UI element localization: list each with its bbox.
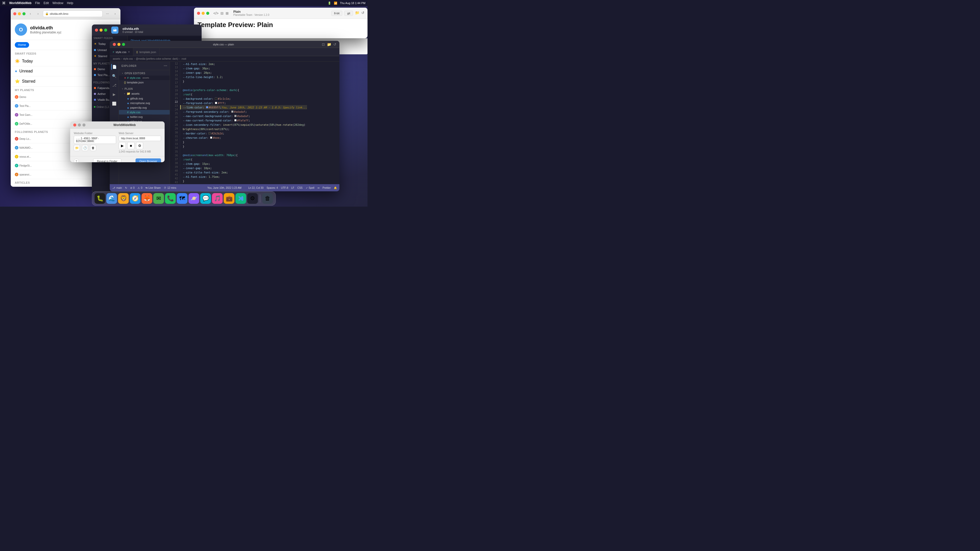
- www-open-browser-button[interactable]: Open Browser: [135, 159, 161, 162]
- status-warnings[interactable]: ⚠ 0: [138, 186, 142, 189]
- assets-folder[interactable]: ▾ 📁 assets: [119, 91, 170, 96]
- file-style-css[interactable]: # style.css: [119, 110, 170, 114]
- plain-grid-icon[interactable]: ⊞: [226, 11, 229, 15]
- browser-minimize-button[interactable]: [18, 12, 21, 15]
- apple-menu[interactable]: ⌘: [2, 1, 6, 5]
- dock-mail[interactable]: ✉: [153, 193, 164, 204]
- browser-back-button[interactable]: ‹: [27, 11, 33, 17]
- menubar-window[interactable]: Window: [52, 1, 63, 5]
- dock-finder[interactable]: 🐛: [95, 193, 105, 204]
- editor-folder-icon[interactable]: 📁: [327, 42, 331, 46]
- breadcrumb-assets[interactable]: assets: [113, 57, 120, 60]
- feedreader-minimize-button[interactable]: [100, 29, 103, 32]
- status-eol[interactable]: LF: [291, 186, 294, 189]
- plain-minimize-button[interactable]: [202, 12, 205, 15]
- editor-close-button[interactable]: [113, 43, 116, 46]
- editor-minimize-button[interactable]: [118, 43, 121, 46]
- plain-folder-icon[interactable]: 📁: [355, 11, 360, 16]
- menubar-file[interactable]: File: [35, 1, 40, 5]
- close-modified-icon[interactable]: ✕: [124, 76, 126, 79]
- www-clock-icon-btn[interactable]: 🕐: [82, 145, 88, 151]
- www-folder-icon-btn[interactable]: 📁: [74, 145, 80, 151]
- menubar-help[interactable]: Help: [67, 1, 73, 5]
- www-stop-btn[interactable]: ■: [127, 142, 135, 149]
- browser-forward-button[interactable]: ›: [35, 11, 41, 17]
- dock-planet[interactable]: 🪐: [189, 193, 199, 204]
- explorer-menu-icon[interactable]: ⋯: [164, 64, 167, 68]
- www-minimize-button[interactable]: [78, 124, 81, 127]
- file-paperclip-svg[interactable]: ◈ paperclip.svg: [119, 105, 170, 110]
- browser-close-button[interactable]: [13, 12, 16, 15]
- plain-split-icon[interactable]: ⊟: [221, 11, 224, 15]
- www-reveal-button[interactable]: Reveal in Finder: [93, 159, 121, 162]
- www-maximize-button[interactable]: [83, 124, 86, 127]
- dock-firefox[interactable]: 🦊: [142, 193, 152, 204]
- breadcrumb-media[interactable]: @media (prefers-color-scheme: dark): [136, 57, 178, 60]
- dock-phone[interactable]: 📞: [165, 193, 176, 204]
- menubar-edit[interactable]: Edit: [44, 1, 49, 5]
- editor-tab-templatejson[interactable]: {} template.json: [133, 48, 159, 56]
- www-settings-btn[interactable]: ⚙: [136, 142, 143, 149]
- dock-safari[interactable]: 🦁: [118, 193, 129, 204]
- browser-share-button[interactable]: ⋯: [105, 11, 110, 17]
- editor-split-icon[interactable]: ⊡: [322, 42, 325, 46]
- feedreader-close-button[interactable]: [95, 29, 98, 32]
- file-twitter-svg[interactable]: ◈ twitter.svg: [119, 114, 170, 119]
- explorer-activity-icon[interactable]: 📄: [111, 64, 118, 70]
- status-sync[interactable]: ↻: [125, 186, 127, 189]
- browser-maximize-button[interactable]: [22, 12, 25, 15]
- dock-messages[interactable]: 💬: [200, 193, 211, 204]
- breadcrumb-root[interactable]: :root: [181, 57, 186, 60]
- www-play-btn[interactable]: ▶: [119, 142, 126, 149]
- dock-work[interactable]: 💼: [224, 193, 234, 204]
- www-trash-icon-btn[interactable]: 🗑: [90, 145, 96, 151]
- status-line-col[interactable]: Ln 22, Col 30: [248, 186, 264, 189]
- plain-close-button[interactable]: [197, 12, 200, 15]
- status-format[interactable]: ⇔: [318, 186, 320, 189]
- dock-trash[interactable]: 🗑: [262, 193, 273, 204]
- dock-vscode[interactable]: [235, 193, 246, 204]
- plain-refresh-icon[interactable]: ↺: [361, 11, 364, 16]
- feedreader-maximize-button[interactable]: [104, 29, 107, 32]
- debug-activity-icon[interactable]: ▶: [111, 91, 118, 97]
- browser-tabs-button[interactable]: ›: [112, 11, 118, 17]
- status-branch[interactable]: ⎇ main: [112, 186, 122, 189]
- www-help-button[interactable]: ?: [74, 159, 79, 162]
- editor-refresh-icon[interactable]: ↺: [333, 42, 336, 46]
- file-github-svg[interactable]: ◈ github.svg: [119, 96, 170, 101]
- editor-maximize-button[interactable]: [122, 43, 125, 46]
- plain-8bit-tag[interactable]: 8-bit: [331, 11, 342, 16]
- editor-tab-stylecss[interactable]: # style.css ✕: [110, 48, 133, 56]
- status-spell[interactable]: ✓ Spell: [306, 186, 314, 189]
- git-activity-icon[interactable]: ⎇: [111, 82, 118, 88]
- status-encoding[interactable]: UTF-8: [281, 186, 288, 189]
- search-activity-icon[interactable]: 🔍: [111, 73, 118, 79]
- dock-maps[interactable]: 🗺: [177, 193, 188, 204]
- breadcrumb-stylecss[interactable]: style.css: [123, 57, 133, 60]
- status-errors[interactable]: ⊘ 0: [130, 186, 135, 189]
- plain-git-tag[interactable]: git: [344, 11, 353, 16]
- menubar-app-name[interactable]: WorldWideWeb: [9, 1, 32, 5]
- code-scroll[interactable]: --h1-font-size: 2em; --item-gap: 30px; -…: [180, 62, 307, 184]
- status-language[interactable]: CSS: [298, 186, 303, 189]
- open-file-stylecss[interactable]: ✕ # style.css assets: [119, 76, 170, 80]
- extensions-activity-icon[interactable]: ⬜: [111, 100, 118, 106]
- open-file-templatejson[interactable]: {} template.json: [119, 80, 170, 85]
- dock-music[interactable]: 🎵: [212, 193, 223, 204]
- plain-maximize-button[interactable]: [206, 12, 209, 15]
- plain-code-icon[interactable]: </>: [213, 11, 218, 15]
- file-microphone-svg[interactable]: ◈ microphone.svg: [119, 101, 170, 105]
- browser-address-bar[interactable]: 🔒 olivida.eth.limo: [43, 11, 103, 17]
- project-root[interactable]: ▾ PLAIN: [119, 87, 170, 91]
- status-spaces[interactable]: Spaces: 4: [266, 186, 278, 189]
- status-notification[interactable]: 🔔: [334, 186, 337, 189]
- www-close-button[interactable]: [73, 124, 76, 127]
- dock-compass[interactable]: 🧭: [130, 193, 141, 204]
- dock-terminal[interactable]: ⚙: [247, 193, 258, 204]
- tab-stylecss-close[interactable]: ✕: [128, 51, 130, 53]
- status-prettier[interactable]: Prettier: [323, 186, 331, 189]
- dock-system-prefs[interactable]: 🌊: [107, 193, 117, 204]
- open-editors-header[interactable]: ▾ OPEN EDITORS: [119, 71, 170, 76]
- feed-nav-home[interactable]: Home: [15, 42, 29, 48]
- status-liveshare[interactable]: ⇆ Live Share: [145, 186, 161, 189]
